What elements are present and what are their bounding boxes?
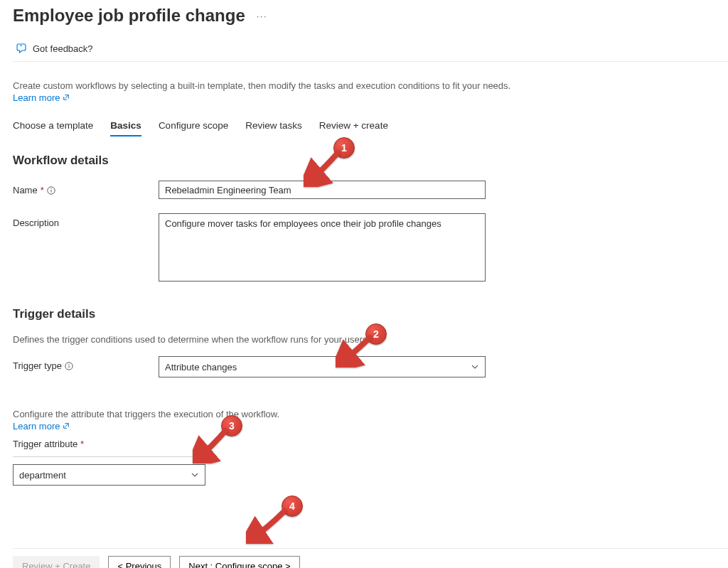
trigger-learn-more-label: Learn more	[13, 421, 60, 432]
trigger-learn-more-link[interactable]: Learn more	[13, 421, 70, 432]
svg-rect-5	[68, 365, 69, 368]
required-asterisk: *	[80, 439, 84, 449]
trigger-attribute-select[interactable]: department	[13, 464, 205, 486]
description-label: Description	[13, 213, 159, 228]
trigger-attribute-label-text: Trigger attribute	[13, 439, 77, 449]
svg-point-0	[21, 45, 22, 46]
chevron-down-icon	[191, 471, 199, 479]
svg-rect-3	[50, 188, 51, 189]
review-create-button: Review + Create	[13, 556, 100, 568]
tab-review-create[interactable]: Review + create	[319, 119, 388, 136]
info-icon[interactable]	[47, 186, 55, 195]
svg-rect-6	[68, 364, 69, 365]
feedback-label: Got feedback?	[33, 43, 93, 54]
feedback-bar[interactable]: Got feedback?	[13, 37, 728, 62]
feedback-icon	[16, 43, 27, 54]
annotation-number: 4	[282, 495, 303, 517]
tab-basics[interactable]: Basics	[110, 119, 141, 136]
annotation-arrow	[246, 508, 287, 544]
trigger-type-select[interactable]: Attribute changes	[159, 356, 486, 377]
trigger-type-label: Trigger type	[13, 356, 159, 371]
learn-more-link[interactable]: Learn more	[13, 92, 70, 103]
page-title: Employee job profile change	[13, 6, 245, 26]
info-icon[interactable]	[65, 362, 73, 370]
trigger-intro-text: Defines the trigger conditions used to d…	[13, 334, 728, 345]
intro-text: Create custom workflows by selecting a b…	[13, 80, 728, 91]
description-input[interactable]	[159, 213, 486, 282]
trigger-details-heading: Trigger details	[13, 307, 728, 321]
required-asterisk: *	[41, 185, 44, 195]
name-input[interactable]	[159, 181, 486, 199]
svg-rect-2	[50, 190, 51, 193]
title-row: Employee job profile change ···	[13, 6, 728, 26]
tab-review-tasks[interactable]: Review tasks	[245, 119, 302, 136]
tab-choose-template[interactable]: Choose a template	[13, 119, 93, 136]
trigger-attr-intro: Configure the attribute that triggers th…	[13, 409, 279, 419]
previous-button[interactable]: < Previous	[108, 556, 171, 568]
trigger-type-label-text: Trigger type	[13, 360, 62, 371]
workflow-details-heading: Workflow details	[13, 154, 728, 168]
row-trigger-type: Trigger type Attribute changes	[13, 356, 728, 377]
next-button[interactable]: Next : Configure scope >	[179, 556, 299, 568]
learn-more-label: Learn more	[13, 92, 60, 103]
external-link-icon	[63, 92, 70, 103]
row-name: Name *	[13, 181, 728, 199]
external-link-icon	[63, 421, 70, 432]
trigger-type-value: Attribute changes	[165, 362, 237, 373]
tab-configure-scope[interactable]: Configure scope	[159, 119, 228, 136]
chevron-down-icon	[471, 363, 479, 371]
name-label-text: Name	[13, 185, 38, 195]
trigger-attribute-value: department	[19, 470, 66, 481]
trigger-attribute-label: Trigger attribute *	[13, 437, 208, 457]
annotation-marker-4: 4	[282, 495, 303, 517]
trigger-attribute-section: Configure the attribute that triggers th…	[13, 409, 728, 486]
more-actions-button[interactable]: ···	[255, 8, 269, 24]
wizard-footer: Review + Create < Previous Next : Config…	[13, 548, 728, 568]
name-label: Name *	[13, 181, 159, 195]
row-description: Description	[13, 213, 728, 282]
wizard-tabs: Choose a template Basics Configure scope…	[13, 119, 728, 136]
page-root: Employee job profile change ··· Got feed…	[0, 0, 728, 568]
